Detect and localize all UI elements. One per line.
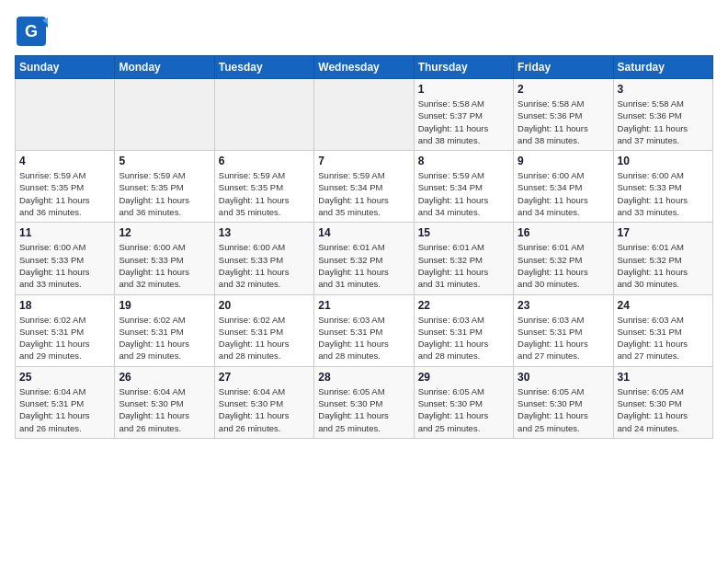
calendar-cell xyxy=(115,79,214,151)
day-info: Sunrise: 6:04 AM Sunset: 5:30 PM Dayligh… xyxy=(219,385,310,434)
weekday-header: Tuesday xyxy=(214,56,313,79)
day-number: 10 xyxy=(618,155,709,167)
day-info: Sunrise: 5:59 AM Sunset: 5:34 PM Dayligh… xyxy=(318,169,409,218)
weekday-header: Saturday xyxy=(613,56,712,79)
day-info: Sunrise: 6:00 AM Sunset: 5:33 PM Dayligh… xyxy=(219,241,310,290)
day-number: 14 xyxy=(318,226,409,239)
calendar-cell: 12Sunrise: 6:00 AM Sunset: 5:33 PM Dayli… xyxy=(115,223,214,294)
svg-text:G: G xyxy=(25,22,38,40)
day-number: 25 xyxy=(19,371,110,384)
calendar-cell: 23Sunrise: 6:03 AM Sunset: 5:31 PM Dayli… xyxy=(514,294,613,366)
day-number: 16 xyxy=(518,226,609,239)
day-info: Sunrise: 6:01 AM Sunset: 5:32 PM Dayligh… xyxy=(518,241,609,290)
day-info: Sunrise: 5:59 AM Sunset: 5:35 PM Dayligh… xyxy=(119,169,210,218)
day-number: 7 xyxy=(318,155,409,167)
calendar-cell xyxy=(214,79,313,151)
day-info: Sunrise: 6:02 AM Sunset: 5:31 PM Dayligh… xyxy=(19,314,110,362)
day-info: Sunrise: 6:03 AM Sunset: 5:31 PM Dayligh… xyxy=(318,314,409,362)
calendar-cell: 4Sunrise: 5:59 AM Sunset: 5:35 PM Daylig… xyxy=(16,151,115,223)
calendar-cell xyxy=(314,79,414,151)
weekday-header-row: SundayMondayTuesdayWednesdayThursdayFrid… xyxy=(16,56,713,79)
day-number: 22 xyxy=(418,299,509,312)
day-info: Sunrise: 6:05 AM Sunset: 5:30 PM Dayligh… xyxy=(618,385,709,434)
calendar-cell: 27Sunrise: 6:04 AM Sunset: 5:30 PM Dayli… xyxy=(214,366,313,438)
weekday-header: Sunday xyxy=(16,56,115,79)
day-number: 18 xyxy=(19,299,110,312)
day-number: 19 xyxy=(119,299,210,312)
day-info: Sunrise: 6:00 AM Sunset: 5:33 PM Dayligh… xyxy=(119,241,210,290)
calendar-week-row: 1Sunrise: 5:58 AM Sunset: 5:37 PM Daylig… xyxy=(16,79,713,151)
calendar-week-row: 25Sunrise: 6:04 AM Sunset: 5:31 PM Dayli… xyxy=(16,366,713,438)
day-info: Sunrise: 6:03 AM Sunset: 5:31 PM Dayligh… xyxy=(518,314,609,362)
calendar-cell: 20Sunrise: 6:02 AM Sunset: 5:31 PM Dayli… xyxy=(214,294,313,366)
day-info: Sunrise: 6:00 AM Sunset: 5:33 PM Dayligh… xyxy=(618,169,709,218)
day-info: Sunrise: 6:01 AM Sunset: 5:32 PM Dayligh… xyxy=(318,241,409,290)
day-number: 17 xyxy=(618,226,709,239)
calendar-cell: 25Sunrise: 6:04 AM Sunset: 5:31 PM Dayli… xyxy=(16,366,115,438)
calendar-cell: 11Sunrise: 6:00 AM Sunset: 5:33 PM Dayli… xyxy=(16,223,115,294)
day-info: Sunrise: 6:05 AM Sunset: 5:30 PM Dayligh… xyxy=(518,385,609,434)
day-info: Sunrise: 6:04 AM Sunset: 5:30 PM Dayligh… xyxy=(119,385,210,434)
day-info: Sunrise: 6:01 AM Sunset: 5:32 PM Dayligh… xyxy=(618,241,709,290)
calendar-cell: 31Sunrise: 6:05 AM Sunset: 5:30 PM Dayli… xyxy=(613,366,712,438)
day-info: Sunrise: 6:00 AM Sunset: 5:33 PM Dayligh… xyxy=(19,241,110,290)
logo-icon: G xyxy=(15,15,48,48)
day-number: 5 xyxy=(119,155,210,167)
calendar-week-row: 18Sunrise: 6:02 AM Sunset: 5:31 PM Dayli… xyxy=(16,294,713,366)
calendar-cell: 7Sunrise: 5:59 AM Sunset: 5:34 PM Daylig… xyxy=(314,151,414,223)
calendar-cell: 2Sunrise: 5:58 AM Sunset: 5:36 PM Daylig… xyxy=(514,79,613,151)
calendar-cell: 17Sunrise: 6:01 AM Sunset: 5:32 PM Dayli… xyxy=(613,223,712,294)
day-number: 11 xyxy=(19,226,110,239)
calendar-cell: 8Sunrise: 5:59 AM Sunset: 5:34 PM Daylig… xyxy=(414,151,513,223)
calendar-cell xyxy=(16,79,115,151)
weekday-header: Monday xyxy=(115,56,214,79)
calendar-cell: 30Sunrise: 6:05 AM Sunset: 5:30 PM Dayli… xyxy=(514,366,613,438)
day-info: Sunrise: 6:01 AM Sunset: 5:32 PM Dayligh… xyxy=(418,241,509,290)
day-info: Sunrise: 6:05 AM Sunset: 5:30 PM Dayligh… xyxy=(318,385,409,434)
day-info: Sunrise: 6:03 AM Sunset: 5:31 PM Dayligh… xyxy=(618,314,709,362)
day-number: 6 xyxy=(219,155,310,167)
calendar-cell: 21Sunrise: 6:03 AM Sunset: 5:31 PM Dayli… xyxy=(314,294,414,366)
day-info: Sunrise: 5:58 AM Sunset: 5:37 PM Dayligh… xyxy=(418,98,509,146)
day-number: 13 xyxy=(219,226,310,239)
calendar-cell: 22Sunrise: 6:03 AM Sunset: 5:31 PM Dayli… xyxy=(414,294,513,366)
day-number: 20 xyxy=(219,299,310,312)
calendar-cell: 5Sunrise: 5:59 AM Sunset: 5:35 PM Daylig… xyxy=(115,151,214,223)
day-info: Sunrise: 6:02 AM Sunset: 5:31 PM Dayligh… xyxy=(219,314,310,362)
day-number: 1 xyxy=(418,83,509,96)
calendar-cell: 16Sunrise: 6:01 AM Sunset: 5:32 PM Dayli… xyxy=(514,223,613,294)
day-number: 24 xyxy=(618,299,709,312)
day-info: Sunrise: 5:59 AM Sunset: 5:35 PM Dayligh… xyxy=(219,169,310,218)
day-info: Sunrise: 6:05 AM Sunset: 5:30 PM Dayligh… xyxy=(418,385,509,434)
calendar-cell: 6Sunrise: 5:59 AM Sunset: 5:35 PM Daylig… xyxy=(214,151,313,223)
calendar-cell: 15Sunrise: 6:01 AM Sunset: 5:32 PM Dayli… xyxy=(414,223,513,294)
day-info: Sunrise: 6:04 AM Sunset: 5:31 PM Dayligh… xyxy=(19,385,110,434)
weekday-header: Thursday xyxy=(414,56,513,79)
day-number: 26 xyxy=(119,371,210,384)
calendar-cell: 9Sunrise: 6:00 AM Sunset: 5:34 PM Daylig… xyxy=(514,151,613,223)
calendar-cell: 26Sunrise: 6:04 AM Sunset: 5:30 PM Dayli… xyxy=(115,366,214,438)
calendar-cell: 10Sunrise: 6:00 AM Sunset: 5:33 PM Dayli… xyxy=(613,151,712,223)
day-number: 30 xyxy=(518,371,609,384)
day-info: Sunrise: 5:58 AM Sunset: 5:36 PM Dayligh… xyxy=(518,98,609,146)
calendar-cell: 14Sunrise: 6:01 AM Sunset: 5:32 PM Dayli… xyxy=(314,223,414,294)
day-info: Sunrise: 6:02 AM Sunset: 5:31 PM Dayligh… xyxy=(119,314,210,362)
day-number: 12 xyxy=(119,226,210,239)
day-info: Sunrise: 6:00 AM Sunset: 5:34 PM Dayligh… xyxy=(518,169,609,218)
day-number: 29 xyxy=(418,371,509,384)
calendar-cell: 13Sunrise: 6:00 AM Sunset: 5:33 PM Dayli… xyxy=(214,223,313,294)
day-info: Sunrise: 5:58 AM Sunset: 5:36 PM Dayligh… xyxy=(618,98,709,146)
header: G xyxy=(15,15,713,48)
day-number: 27 xyxy=(219,371,310,384)
weekday-header: Friday xyxy=(514,56,613,79)
calendar-cell: 3Sunrise: 5:58 AM Sunset: 5:36 PM Daylig… xyxy=(613,79,712,151)
logo: G xyxy=(15,15,51,48)
day-number: 28 xyxy=(318,371,409,384)
day-info: Sunrise: 6:03 AM Sunset: 5:31 PM Dayligh… xyxy=(418,314,509,362)
calendar-cell: 28Sunrise: 6:05 AM Sunset: 5:30 PM Dayli… xyxy=(314,366,414,438)
day-number: 4 xyxy=(19,155,110,167)
day-info: Sunrise: 5:59 AM Sunset: 5:35 PM Dayligh… xyxy=(19,169,110,218)
day-number: 2 xyxy=(518,83,609,96)
calendar-week-row: 4Sunrise: 5:59 AM Sunset: 5:35 PM Daylig… xyxy=(16,151,713,223)
weekday-header: Wednesday xyxy=(314,56,414,79)
